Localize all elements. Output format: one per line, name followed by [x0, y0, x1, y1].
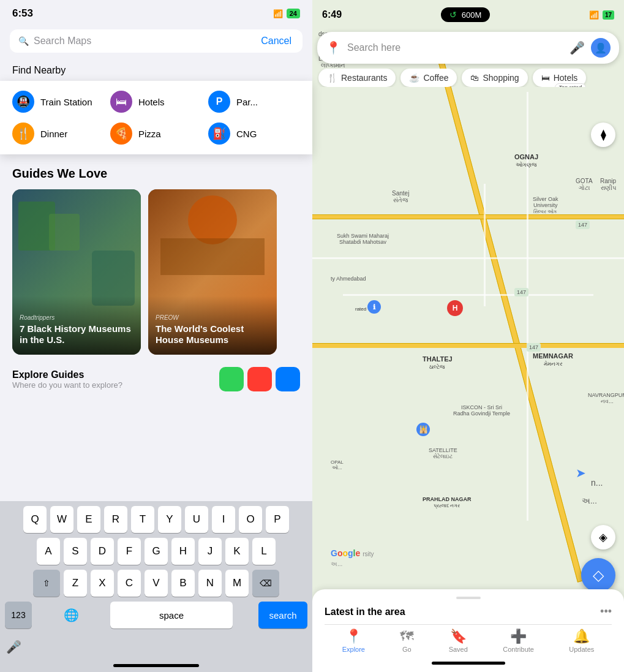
key-b[interactable]: B	[171, 570, 195, 597]
user-avatar[interactable]: 👤	[591, 38, 611, 58]
explore-title: Explore Guides	[12, 369, 122, 380]
key-shift[interactable]: ⇧	[33, 570, 60, 597]
key-delete[interactable]: ⌫	[252, 570, 279, 597]
search-bar[interactable]: 🔍 Search Maps Cancel	[10, 29, 303, 53]
key-k[interactable]: K	[225, 538, 249, 565]
key-j[interactable]: J	[198, 538, 222, 565]
nav-go[interactable]: 🗺 Go	[400, 629, 413, 653]
key-z[interactable]: Z	[64, 570, 87, 597]
map-mic-icon[interactable]: 🎤	[569, 40, 585, 55]
map-label-navrangpur: NAVRANGPURનવ...	[588, 392, 624, 405]
key-q[interactable]: Q	[23, 506, 47, 533]
keyboard-row-3: ⇧ Z X C V B N M ⌫	[2, 570, 310, 597]
street-1	[312, 257, 624, 259]
globe-icon[interactable]: 🌐	[58, 602, 85, 629]
map-navigate-button[interactable]: ◇	[581, 558, 615, 592]
top-rated-badge: Top rated	[555, 83, 587, 87]
key-x[interactable]: X	[91, 570, 114, 597]
chip-hotels[interactable]: 🛏 Hotels Top rated	[533, 69, 587, 87]
map-search-input[interactable]: Search here	[347, 42, 563, 53]
street-4	[527, 92, 528, 521]
chip-shopping[interactable]: 🛍 Shopping	[462, 69, 527, 87]
right-panel: dsar ssai? Lapkamanલાપ્કામાન OGNAJઓગણજ G…	[312, 0, 624, 672]
map-label-rated: rated	[355, 306, 366, 312]
chip-restaurants-label: Restaurants	[341, 73, 387, 83]
key-s[interactable]: S	[64, 538, 87, 565]
chip-coffee-label: Coffee	[423, 73, 448, 83]
coffee-icon: ☕	[409, 73, 419, 83]
key-u[interactable]: U	[185, 506, 208, 533]
wifi-icon: 📶	[273, 9, 283, 18]
key-o[interactable]: O	[239, 506, 262, 533]
key-f[interactable]: F	[118, 538, 141, 565]
nearby-item-cng[interactable]: ⛽ CNG	[208, 123, 300, 145]
contribute-nav-label: Contribute	[503, 646, 534, 653]
guide-card-2[interactable]: PREOW The World's Coolest House Museums	[148, 189, 277, 355]
nav-explore[interactable]: 📍 Explore	[342, 629, 365, 653]
nav-updates[interactable]: 🔔 Updates	[569, 629, 594, 653]
nearby-item-dinner[interactable]: 🍴 Dinner	[12, 123, 104, 145]
key-h[interactable]: H	[171, 538, 195, 565]
map-search-row[interactable]: 📍 Search here 🎤 👤	[317, 32, 619, 64]
key-search[interactable]: search	[258, 602, 307, 629]
key-space[interactable]: space	[110, 602, 233, 629]
search-input[interactable]: Search Maps	[34, 36, 254, 47]
key-v[interactable]: V	[145, 570, 168, 597]
guide-1-brand: Roadtrippers	[20, 314, 133, 321]
mic-icon-left[interactable]: 🎤	[2, 633, 29, 660]
key-p[interactable]: P	[266, 506, 289, 533]
latest-title: Latest in the area	[325, 606, 405, 617]
key-y[interactable]: Y	[158, 506, 181, 533]
keyboard-row-2: A S D F G H J K L	[2, 538, 310, 565]
left-panel: 6:53 📶 24 🔍 Search Maps Cancel Find Near…	[0, 0, 312, 672]
key-i[interactable]: I	[212, 506, 235, 533]
map-layers-button[interactable]: ⧫	[591, 123, 615, 147]
key-c[interactable]: C	[118, 570, 141, 597]
nav-contribute[interactable]: ➕ Contribute	[503, 629, 534, 653]
train-station-icon: 🚇	[12, 91, 34, 113]
key-r[interactable]: R	[104, 506, 127, 533]
bottom-pull-handle[interactable]	[456, 597, 481, 599]
cng-icon: ⛽	[208, 123, 230, 145]
key-m[interactable]: M	[225, 570, 249, 597]
navigate-icon: ◇	[593, 567, 604, 584]
key-w[interactable]: W	[50, 506, 73, 533]
guide-card-1-overlay: Roadtrippers 7 Black History Museums in …	[12, 296, 141, 355]
nearby-item-hotels[interactable]: 🛏 Hotels	[110, 91, 202, 113]
restaurants-icon: 🍴	[327, 73, 337, 83]
key-numbers[interactable]: 123	[5, 602, 32, 629]
google-logo: Google rsityઅ...	[331, 548, 374, 568]
map-compass-button[interactable]: ◈	[591, 525, 615, 549]
key-n[interactable]: N	[198, 570, 222, 597]
go-nav-label: Go	[402, 646, 412, 653]
cancel-button[interactable]: Cancel	[258, 36, 294, 47]
nearby-item-train-station[interactable]: 🚇 Train Station	[12, 91, 104, 113]
left-status-icons: 📶 24	[273, 9, 300, 18]
chip-restaurants[interactable]: 🍴 Restaurants	[318, 69, 396, 87]
dynamic-island: ↺ 600M	[441, 7, 491, 22]
key-a[interactable]: A	[37, 538, 60, 565]
guides-cards: Roadtrippers 7 Black History Museums in …	[12, 189, 300, 355]
map-area: dsar ssai? Lapkamanલાપ્કામાન OGNAJઓગણજ G…	[312, 0, 624, 672]
more-options-icon[interactable]: •••	[600, 605, 612, 618]
filter-chips: 🍴 Restaurants ☕ Coffee 🛍 Shopping 🛏 Hote…	[317, 69, 619, 87]
key-g[interactable]: G	[145, 538, 168, 565]
key-e[interactable]: E	[77, 506, 100, 533]
map-pin-blue: ℹ	[367, 300, 381, 314]
map-pin-hotel: H	[447, 300, 463, 316]
nearby-dropdown: 🚇 Train Station 🛏 Hotels P Par... 🍴 Dinn…	[0, 81, 312, 154]
key-t[interactable]: T	[131, 506, 154, 533]
explore-subtitle: Where do you want to explore?	[12, 380, 122, 390]
nearby-item-parking[interactable]: P Par...	[208, 91, 300, 113]
nearby-item-pizza[interactable]: 🍕 Pizza	[110, 123, 202, 145]
chip-coffee[interactable]: ☕ Coffee	[400, 69, 457, 87]
map-label-sukhswami: Sukh Swami MaharajShatabdi Mahotsav	[337, 233, 389, 245]
map-background[interactable]: dsar ssai? Lapkamanલાપ્કામાન OGNAJઓગણજ G…	[312, 0, 624, 672]
map-label-satellite: SATELLITEસેટેલાઇટ	[429, 447, 457, 460]
nav-saved[interactable]: 🔖 Saved	[449, 629, 468, 653]
battery-badge: 24	[287, 9, 300, 18]
guide-card-1[interactable]: Roadtrippers 7 Black History Museums in …	[12, 189, 141, 355]
key-d[interactable]: D	[91, 538, 114, 565]
key-l[interactable]: L	[252, 538, 276, 565]
compass-icon: ◈	[599, 530, 607, 544]
